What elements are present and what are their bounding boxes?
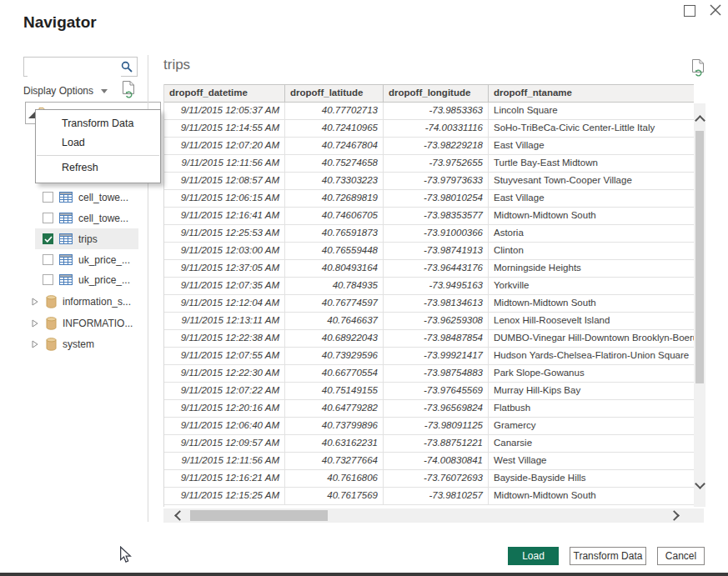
table-cell: West Village: [489, 453, 694, 469]
table-cell: Morningside Heights: [489, 260, 694, 277]
table-cell: 9/11/2015 12:15:25 AM: [164, 488, 285, 504]
refresh-preview-button[interactable]: [691, 59, 705, 80]
table-cell: 40.77702713: [285, 103, 384, 119]
column-header-dropoff_longitude[interactable]: dropoff_longitude: [384, 85, 489, 102]
tree-item-information-schema-upper[interactable]: INFORMATIO...: [32, 313, 157, 333]
table-cell: East Village: [489, 190, 694, 207]
table-cell: 9/11/2015 12:07:22 AM: [164, 383, 285, 399]
checkbox-unchecked[interactable]: [43, 254, 53, 265]
scroll-down-icon[interactable]: [695, 478, 705, 489]
horizontal-scrollbar[interactable]: [163, 508, 704, 523]
table-row: 9/11/2015 12:06:15 AM40.72689819-73.9801…: [164, 190, 694, 208]
tree-item-cell-towers-2[interactable]: cell_towe...: [35, 187, 138, 208]
table-cell: Clinton: [489, 243, 694, 259]
expanded-triangle-icon[interactable]: [28, 112, 35, 118]
checkbox-unchecked[interactable]: [43, 274, 53, 285]
table-cell: 9/11/2015 12:11:56 AM: [164, 155, 285, 172]
chevron-right-icon[interactable]: [32, 298, 38, 306]
table-cell: 9/11/2015 12:03:00 AM: [164, 243, 285, 259]
table-row: 9/11/2015 12:11:56 AM40.75274658-73.9752…: [164, 155, 694, 173]
table-icon: [59, 192, 73, 203]
checkbox-checked[interactable]: [43, 233, 53, 244]
table-row: 9/11/2015 12:05:37 AM40.77702713-73.9853…: [164, 103, 694, 120]
close-icon: [709, 3, 722, 17]
table-row: 9/11/2015 12:16:21 AM40.7616806-73.76072…: [164, 470, 694, 488]
search-box[interactable]: [23, 57, 138, 77]
table-cell: Yorkville: [489, 278, 694, 294]
table-cell: 40.7646637: [285, 313, 384, 329]
table-cell: 9/11/2015 12:08:57 AM: [164, 173, 285, 189]
table-cell: Midtown-Midtown South: [489, 488, 694, 504]
table-row: 9/11/2015 12:11:56 AM40.73277664-74.0083…: [164, 453, 694, 470]
vertical-scrollbar[interactable]: [694, 103, 705, 507]
chevron-right-icon[interactable]: [32, 319, 38, 328]
tree-item-cell-towers-3[interactable]: cell_towe...: [35, 208, 138, 228]
context-menu-item-refresh[interactable]: Refresh: [36, 158, 160, 178]
tree-item-label: uk_price_...: [78, 274, 130, 286]
table-cell: 9/11/2015 12:16:21 AM: [164, 470, 285, 487]
database-icon: [46, 317, 57, 330]
horizontal-scrollbar-thumb[interactable]: [190, 510, 328, 521]
table-cell: 40.76559448: [285, 243, 384, 259]
refresh-tree-button[interactable]: [122, 81, 136, 102]
column-header-dropoff_ntaname[interactable]: dropoff_ntaname: [489, 85, 694, 102]
table-cell: -73.98134613: [384, 295, 489, 312]
table-cell: 40.73929596: [285, 348, 384, 364]
tree-item-uk-price-1[interactable]: uk_price_...: [35, 249, 138, 270]
table-cell: 9/11/2015 12:22:38 AM: [164, 330, 285, 347]
table-row: 9/11/2015 12:20:16 AM40.64779282-73.9656…: [164, 400, 694, 418]
scroll-right-icon[interactable]: [669, 510, 680, 521]
maximize-button[interactable]: [684, 5, 695, 17]
table-cell: -74.00331116: [384, 120, 489, 137]
table-cell: 40.73277664: [285, 453, 384, 469]
database-icon: [46, 295, 57, 308]
table-icon: [59, 233, 73, 244]
tree-item-trips[interactable]: trips: [35, 228, 138, 249]
close-button[interactable]: [709, 3, 722, 17]
transform-data-button[interactable]: Transform Data: [570, 547, 646, 565]
context-menu-item-transform-data[interactable]: Transform Data: [36, 114, 160, 133]
table-cell: -73.97973633: [384, 173, 489, 189]
window-bottom-edge: [0, 573, 728, 576]
table-cell: 9/11/2015 12:12:04 AM: [164, 295, 285, 312]
scroll-up-icon[interactable]: [695, 115, 705, 126]
column-header-dropoff_latitude[interactable]: dropoff_latitude: [285, 85, 384, 102]
table-cell: Astoria: [489, 225, 694, 242]
table-cell: -73.98741913: [384, 243, 489, 259]
dialog-title: Navigator: [23, 13, 97, 32]
search-input[interactable]: [28, 58, 121, 77]
checkbox-unchecked[interactable]: [43, 213, 53, 223]
table-cell: East Village: [489, 138, 694, 154]
table-cell: 9/11/2015 12:20:16 AM: [164, 400, 285, 417]
chevron-right-icon[interactable]: [32, 340, 38, 348]
table-cell: 40.76774597: [285, 295, 384, 312]
vertical-scrollbar-thumb[interactable]: [695, 131, 704, 383]
load-button[interactable]: Load: [508, 547, 559, 565]
table-cell: -73.99921417: [384, 348, 489, 364]
table-cell: -73.9853363: [384, 103, 489, 119]
context-menu-item-load[interactable]: Load: [36, 133, 160, 153]
table-row: 9/11/2015 12:03:00 AM40.76559448-73.9874…: [164, 243, 694, 260]
cancel-button[interactable]: Cancel: [657, 547, 705, 565]
table-cell: Turtle Bay-East Midtown: [489, 155, 694, 172]
tree-item-system[interactable]: system: [32, 333, 157, 354]
document-refresh-icon: [122, 81, 136, 98]
table-cell: 9/11/2015 12:25:53 AM: [164, 225, 285, 242]
tree-item-label: trips: [78, 233, 98, 245]
scroll-left-icon[interactable]: [174, 510, 185, 521]
checkbox-unchecked[interactable]: [43, 192, 53, 203]
table-icon: [59, 213, 73, 223]
table-row: 9/11/2015 12:07:55 AM40.73929596-73.9992…: [164, 348, 694, 365]
tree-item-uk-price-2[interactable]: uk_price_...: [35, 269, 138, 290]
tree-item-information-schema[interactable]: information_s...: [32, 291, 157, 312]
table-cell: -73.98353577: [384, 208, 489, 224]
table-row: 9/11/2015 12:14:55 AM40.72410965-74.0033…: [164, 120, 694, 138]
table-cell: 40.63162231: [285, 435, 384, 452]
table-cell: -73.9495163: [384, 278, 489, 294]
table-cell: 9/11/2015 12:06:40 AM: [164, 418, 285, 434]
table-cell: 40.66770554: [285, 365, 384, 382]
search-icon[interactable]: [121, 61, 133, 76]
column-header-dropoff_datetime[interactable]: dropoff_datetime: [164, 85, 285, 102]
table-row: 9/11/2015 12:06:40 AM40.73799896-73.9809…: [164, 418, 694, 435]
table-cell: -73.98754883: [384, 365, 489, 382]
